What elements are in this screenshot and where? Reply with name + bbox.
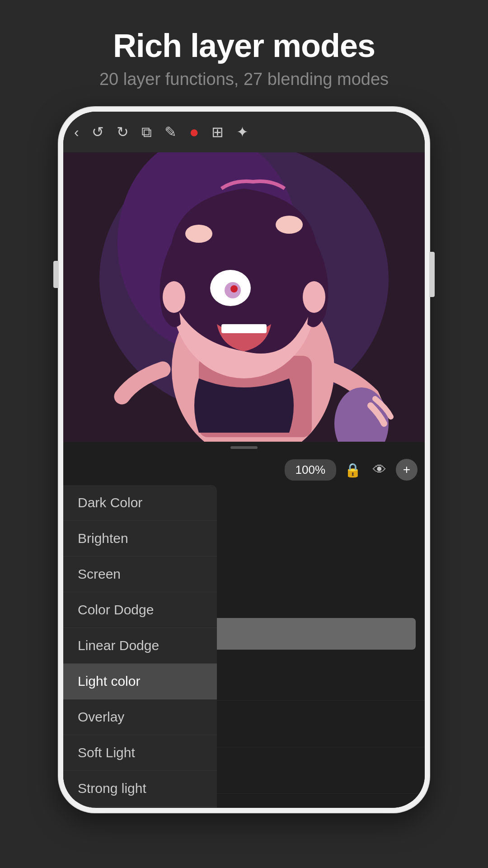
svg-point-12: [303, 281, 325, 313]
blend-option-light-color[interactable]: Light color: [63, 664, 217, 699]
blend-option-brighten[interactable]: Brighten: [63, 521, 217, 557]
svg-point-11: [163, 281, 185, 313]
layers-icon[interactable]: ⧉: [141, 124, 152, 141]
undo-icon[interactable]: ↺: [92, 123, 104, 141]
svg-point-9: [233, 286, 237, 290]
blend-option-color-dodge[interactable]: Color Dodge: [63, 592, 217, 628]
layers-panel: 100% 🔒 👁 + Dark ColorBrightenScreenColor…: [63, 442, 425, 808]
pen-icon[interactable]: ✎: [164, 123, 177, 141]
svg-point-13: [185, 225, 212, 243]
gift-icon[interactable]: ✦: [236, 123, 249, 141]
canvas-area: 100% 🔒 👁 + Dark ColorBrightenScreenColor…: [63, 152, 425, 808]
record-icon[interactable]: ●: [189, 123, 199, 142]
blend-option-overlay[interactable]: Overlay: [63, 699, 217, 735]
blend-option-vivid-light[interactable]: Vivid Light: [63, 807, 217, 808]
lock-icon[interactable]: 🔒: [342, 459, 363, 481]
phone-container: ‹ ↺ ↻ ⧉ ✎ ● ⊞ ✦: [54, 103, 434, 868]
import-icon[interactable]: ⊞: [211, 123, 224, 141]
visibility-icon[interactable]: 👁: [369, 459, 390, 481]
back-icon[interactable]: ‹: [74, 124, 79, 141]
redo-icon[interactable]: ↻: [117, 123, 129, 141]
blend-option-soft-light[interactable]: Soft Light: [63, 735, 217, 771]
scroll-handle[interactable]: [230, 446, 258, 449]
active-layer-row: 100% 🔒 👁 +: [63, 453, 425, 486]
blend-mode-dropdown[interactable]: Dark ColorBrightenScreenColor DodgeLinea…: [63, 485, 217, 808]
blend-option-dark-color[interactable]: Dark Color: [63, 485, 217, 521]
opacity-badge[interactable]: 100%: [285, 459, 337, 481]
svg-point-14: [276, 216, 303, 234]
toolbar: ‹ ↺ ↻ ⧉ ✎ ● ⊞ ✦: [63, 112, 425, 152]
blend-option-strong-light[interactable]: Strong light: [63, 771, 217, 807]
phone-screen: ‹ ↺ ↻ ⧉ ✎ ● ⊞ ✦: [63, 112, 425, 808]
blend-option-linear-dodge[interactable]: Linear Dodge: [63, 628, 217, 664]
add-layer-icon[interactable]: +: [396, 459, 418, 481]
header: Rich layer modes 20 layer functions, 27 …: [81, 0, 407, 103]
svg-rect-10: [221, 324, 267, 333]
blend-option-screen[interactable]: Screen: [63, 557, 217, 592]
phone-frame: ‹ ↺ ↻ ⧉ ✎ ● ⊞ ✦: [59, 107, 429, 812]
illustration: [63, 152, 425, 442]
page-subtitle: 20 layer functions, 27 blending modes: [99, 70, 389, 89]
page-title: Rich layer modes: [99, 27, 389, 64]
